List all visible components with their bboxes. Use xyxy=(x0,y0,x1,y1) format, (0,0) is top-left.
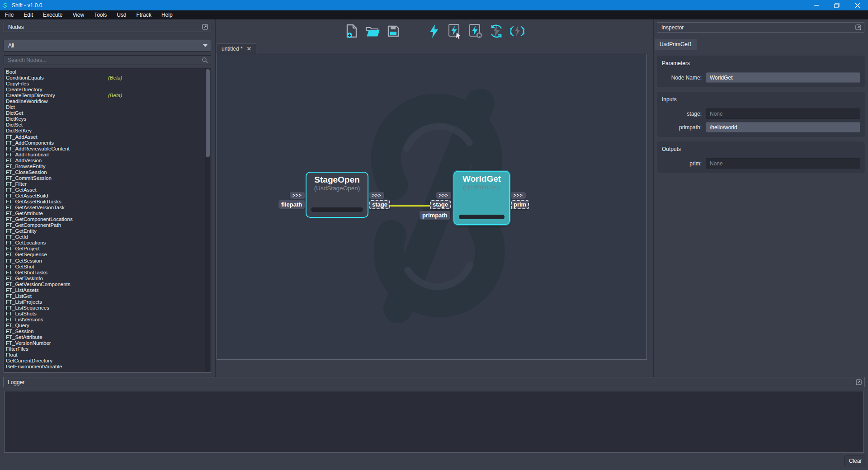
list-item[interactable]: FT_BrowseEntity xyxy=(4,164,205,169)
execute-from-selected-button[interactable] xyxy=(468,24,483,39)
close-button[interactable] xyxy=(847,0,868,10)
list-item[interactable]: FT_GetId xyxy=(4,234,205,240)
new-scene-button[interactable] xyxy=(344,24,359,39)
list-item[interactable]: FT_AddAsset xyxy=(4,134,205,140)
list-item[interactable]: FT_GetSession xyxy=(4,258,205,264)
port-exec-out[interactable]: >>> xyxy=(511,192,526,199)
clear-logger-button[interactable]: Clear xyxy=(844,456,866,466)
list-item[interactable]: FT_GetComponentPath xyxy=(4,222,205,228)
list-item[interactable]: FT_ListSequences xyxy=(4,305,205,311)
list-item[interactable]: FT_Session xyxy=(4,329,205,334)
list-item[interactable]: DeadlineWorkflow xyxy=(4,99,205,104)
list-item[interactable]: FT_GetTaskInfo xyxy=(4,276,205,282)
tab-untitled[interactable]: untitled * ✕ xyxy=(217,43,256,54)
list-item[interactable]: FT_CloseSession xyxy=(4,169,205,175)
live-execute-button[interactable] xyxy=(510,24,524,39)
list-item[interactable]: Bool xyxy=(4,69,205,75)
port-input-primpath[interactable]: primpath xyxy=(420,211,450,220)
list-item[interactable]: FT_ListGet xyxy=(4,293,205,299)
node-type-list: BoolConditionEquals(Beta)CopyFilesCreate… xyxy=(4,68,211,373)
list-item[interactable]: FT_GetAssetVersionTask xyxy=(4,205,205,211)
list-item[interactable]: GetEnvironmentVariable xyxy=(4,364,205,370)
list-item[interactable]: FT_Query xyxy=(4,323,205,329)
list-item[interactable]: FilterFiles xyxy=(4,346,205,352)
inspector-title: Inspector xyxy=(661,24,684,31)
list-item[interactable]: GetCurrentDirectory xyxy=(4,358,205,364)
list-item[interactable]: FT_ListAssets xyxy=(4,287,205,293)
list-item[interactable]: FT_GetAssetBuildTasks xyxy=(4,199,205,205)
list-item[interactable]: FT_GetShotTasks xyxy=(4,270,205,276)
list-item[interactable]: Float xyxy=(4,352,205,358)
menu-file[interactable]: File xyxy=(0,10,19,19)
port-exec-in[interactable]: >>> xyxy=(436,192,451,199)
list-item[interactable]: FT_AddComponents xyxy=(4,140,205,146)
list-item[interactable]: DictKeys xyxy=(4,116,205,122)
list-item[interactable]: FT_AddReviewableContent xyxy=(4,146,205,152)
menu-execute[interactable]: Execute xyxy=(38,10,67,19)
undock-icon[interactable] xyxy=(855,24,861,30)
list-item[interactable]: FT_Filter xyxy=(4,181,205,187)
node-graph-canvas[interactable]: StageOpen (UsdStageOpen) >>> filepath >>… xyxy=(217,54,647,360)
list-item[interactable]: FT_SetAttribute xyxy=(4,334,205,340)
list-item[interactable]: FT_GetProject xyxy=(4,246,205,252)
minimize-button[interactable] xyxy=(806,0,826,10)
list-item[interactable]: DictSet xyxy=(4,122,205,128)
inspected-node-tab[interactable]: UsdPrimGet1 xyxy=(655,39,697,50)
tab-close-icon[interactable]: ✕ xyxy=(247,46,251,52)
node-stageopen[interactable]: StageOpen (UsdStageOpen) xyxy=(306,172,368,218)
menu-edit[interactable]: Edit xyxy=(19,10,38,19)
port-input-filepath[interactable]: filepath xyxy=(278,200,305,209)
list-item[interactable]: FT_GetEntity xyxy=(4,228,205,234)
list-item[interactable]: FT_GetComponentLocations xyxy=(4,216,205,222)
list-item[interactable]: FT_GetAttribute xyxy=(4,211,205,216)
list-item[interactable]: CopyFiles xyxy=(4,81,205,87)
refresh-execute-button[interactable] xyxy=(489,24,504,39)
node-progress-bar xyxy=(459,215,505,219)
execute-selected-button[interactable] xyxy=(448,24,462,39)
beta-badge: (Beta) xyxy=(108,93,122,99)
list-item[interactable]: FT_ListShots xyxy=(4,311,205,317)
list-item[interactable]: DictGet xyxy=(4,110,205,116)
list-item[interactable]: FT_CommitSession xyxy=(4,175,205,181)
open-scene-button[interactable] xyxy=(365,24,380,39)
node-filter-dropdown[interactable]: All xyxy=(4,40,211,52)
parameter-field-nodename[interactable]: WorldGet xyxy=(706,72,860,83)
list-item[interactable]: FT_GetVersionComponents xyxy=(4,282,205,287)
scrollbar-handle[interactable] xyxy=(206,69,210,157)
menu-usd[interactable]: Usd xyxy=(112,10,131,19)
list-item[interactable]: FT_GetSequence xyxy=(4,252,205,258)
list-item[interactable]: CreateTempDirectory(Beta) xyxy=(4,93,205,99)
restore-button[interactable] xyxy=(826,0,847,10)
connection-edge-stage[interactable] xyxy=(388,205,432,207)
port-output-prim[interactable]: prim xyxy=(511,200,529,209)
list-item[interactable]: Dict xyxy=(4,104,205,110)
list-item[interactable]: FT_GetAssetBuild xyxy=(4,193,205,199)
list-item[interactable]: FT_ListVersions xyxy=(4,317,205,323)
execute-button[interactable] xyxy=(427,24,441,39)
save-scene-button[interactable] xyxy=(386,24,401,39)
scrollbar[interactable] xyxy=(205,69,210,372)
menu-tools[interactable]: Tools xyxy=(89,10,112,19)
undock-icon[interactable] xyxy=(202,24,208,30)
search-nodes-input[interactable]: Search Nodes... xyxy=(4,55,211,65)
node-worldget[interactable]: WorldGet (UsdPrimGet) xyxy=(453,171,510,225)
list-item[interactable]: FT_VersionNumber xyxy=(4,340,205,346)
list-item[interactable]: FT_AddVersion xyxy=(4,158,205,164)
list-item[interactable]: CreateDirectory xyxy=(4,87,205,93)
menu-help[interactable]: Help xyxy=(156,10,178,19)
parameter-field-primpath[interactable]: /hello/world xyxy=(706,122,860,132)
list-item[interactable]: DictSetKey xyxy=(4,128,205,134)
list-item[interactable]: FT_GetAsset xyxy=(4,187,205,193)
list-item[interactable]: FT_AddThumbnail xyxy=(4,152,205,158)
port-input-stage[interactable]: stage xyxy=(430,200,451,209)
port-output-stage[interactable]: stage xyxy=(369,200,390,209)
menu-view[interactable]: View xyxy=(67,10,89,19)
port-exec-out[interactable]: >>> xyxy=(369,192,384,199)
undock-icon[interactable] xyxy=(856,379,862,385)
port-exec-in[interactable]: >>> xyxy=(290,192,305,199)
list-item[interactable]: ConditionEquals(Beta) xyxy=(4,75,205,81)
menu-ftrack[interactable]: Ftrack xyxy=(132,10,156,19)
list-item[interactable]: FT_GetLocations xyxy=(4,240,205,246)
list-item[interactable]: FT_ListProjects xyxy=(4,299,205,305)
list-item[interactable]: FT_GetShot xyxy=(4,264,205,270)
